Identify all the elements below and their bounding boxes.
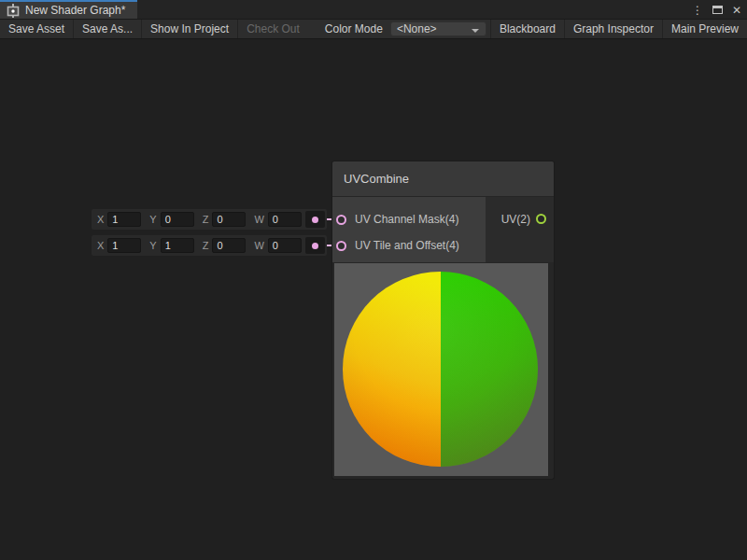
color-mode-value: <None> [397,22,437,35]
output-port-vector2[interactable] [536,214,546,224]
vector-field-label: Y [149,240,156,251]
vector-field-label: X [97,214,104,225]
output-port-vector4[interactable] [305,211,325,228]
tab-title: New Shader Graph* [25,4,125,17]
node-preview [334,263,548,476]
input-port-row: UV Channel Mask(4) [332,206,486,232]
vector-field-label: Z [203,240,209,251]
close-icon[interactable]: ✕ [732,5,741,16]
chevron-down-icon [472,29,479,33]
node-header[interactable]: UVCombine [332,161,554,197]
preview-sphere [343,272,538,467]
input-port-vector4[interactable] [336,241,346,251]
vector-field-label: Z [203,214,209,225]
vector-field-label: X [97,240,104,251]
shader-graph-toolbar: Save Asset Save As... Show In Project Ch… [0,20,747,39]
vector-field: W 0 [254,238,301,253]
node-inputs: UV Channel Mask(4) UV Tile and Offset(4) [332,197,486,262]
main-preview-button[interactable]: Main Preview [663,20,747,38]
vector-field-input[interactable]: 0 [268,238,302,253]
input-port-vector4[interactable] [336,215,346,225]
color-mode-dropdown[interactable]: <None> [390,21,486,36]
node-ports-section: UV Channel Mask(4) UV Tile and Offset(4)… [332,197,554,262]
vector-field: Z 0 [203,238,247,253]
toolbar-right-group: Color Mode <None> Blackboard Graph Inspe… [317,20,747,38]
output-port-vector4[interactable] [305,237,325,254]
vector4-input-widget-1: X 1 Y 0 Z 0 W 0 [92,209,327,230]
vector-field-input[interactable]: 0 [268,212,302,227]
save-as-button[interactable]: Save As... [74,20,141,38]
show-in-project-button[interactable]: Show In Project [142,20,237,38]
vector-field: Y 0 [149,212,193,227]
vector-field: Z 0 [203,212,247,227]
input-port-row: UV Tile and Offset(4) [332,232,486,259]
vector-field-label: Y [149,214,156,225]
vector-field-input[interactable]: 0 [161,212,194,227]
input-port-label: UV Tile and Offset(4) [355,239,459,252]
maximize-icon[interactable] [712,6,723,14]
port-dot-icon [312,243,318,249]
vector-field-input[interactable]: 1 [107,238,141,253]
port-dot-icon [312,217,318,223]
vector4-input-widget-2: X 1 Y 1 Z 0 W 0 [92,235,327,256]
vector-field-input[interactable]: 1 [161,238,194,253]
shader-graph-icon [7,4,20,18]
window-controls: ⋮ ✕ [692,0,741,20]
maximize-glyph [712,6,723,14]
save-asset-button[interactable]: Save Asset [0,20,73,38]
tab-bar: New Shader Graph* ⋮ ✕ [0,0,747,20]
tab-new-shader-graph[interactable]: New Shader Graph* [0,0,137,19]
graph-inspector-button[interactable]: Graph Inspector [565,20,662,38]
node-uvcombine[interactable]: UVCombine UV Channel Mask(4) UV Tile and… [332,161,554,479]
check-out-button: Check Out [238,20,308,38]
vector-field-label: W [254,214,263,225]
vector-field-input[interactable]: 0 [212,212,246,227]
vector-field: W 0 [254,212,301,227]
vector-field: Y 1 [149,238,193,253]
vector-field: X 1 [97,238,141,253]
vector-field-label: W [254,240,263,251]
sphere-shading [343,272,538,467]
vector-field-input[interactable]: 1 [107,212,141,227]
input-port-label: UV Channel Mask(4) [355,213,458,226]
node-title: UVCombine [344,172,409,186]
vector-field-input[interactable]: 0 [212,238,246,253]
kebab-menu-icon[interactable]: ⋮ [692,5,703,16]
output-port-label: UV(2) [501,213,530,226]
graph-canvas[interactable]: X 1 Y 0 Z 0 W 0 X 1 Y 1 Z 0 W [0,39,747,560]
color-mode-label: Color Mode [317,20,390,38]
blackboard-button[interactable]: Blackboard [491,20,564,38]
node-outputs: UV(2) [486,197,554,262]
vector-field: X 1 [97,212,141,227]
